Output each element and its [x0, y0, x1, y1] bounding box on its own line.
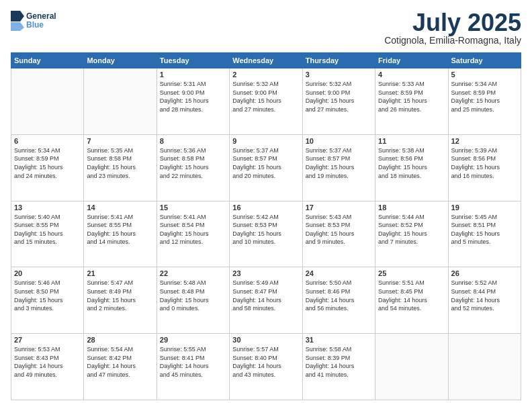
table-row [84, 68, 157, 135]
table-row: 7Sunrise: 5:35 AM Sunset: 8:58 PM Daylig… [84, 134, 157, 201]
table-row: 4Sunrise: 5:33 AM Sunset: 8:59 PM Daylig… [375, 68, 448, 135]
table-row: 10Sunrise: 5:37 AM Sunset: 8:57 PM Dayli… [302, 134, 375, 201]
day-info: Sunrise: 5:33 AM Sunset: 8:59 PM Dayligh… [378, 80, 445, 113]
day-number: 26 [451, 269, 518, 277]
table-row: 24Sunrise: 5:50 AM Sunset: 8:46 PM Dayli… [302, 267, 375, 334]
location-subtitle: Cotignola, Emilia-Romagna, Italy [384, 35, 521, 46]
table-row: 15Sunrise: 5:41 AM Sunset: 8:54 PM Dayli… [157, 201, 229, 267]
day-info: Sunrise: 5:57 AM Sunset: 8:40 PM Dayligh… [232, 345, 299, 379]
day-info: Sunrise: 5:43 AM Sunset: 8:53 PM Dayligh… [306, 213, 372, 246]
day-info: Sunrise: 5:36 AM Sunset: 8:58 PM Dayligh… [160, 146, 226, 180]
table-row: 11Sunrise: 5:38 AM Sunset: 8:56 PM Dayli… [375, 134, 448, 201]
day-number: 18 [378, 203, 445, 212]
calendar-week-5: 27Sunrise: 5:53 AM Sunset: 8:43 PM Dayli… [11, 334, 521, 400]
day-info: Sunrise: 5:34 AM Sunset: 8:59 PM Dayligh… [14, 146, 81, 180]
table-row: 28Sunrise: 5:54 AM Sunset: 8:42 PM Dayli… [84, 334, 157, 400]
day-info: Sunrise: 5:34 AM Sunset: 8:59 PM Dayligh… [451, 80, 518, 113]
table-row: 3Sunrise: 5:32 AM Sunset: 9:00 PM Daylig… [302, 68, 375, 135]
day-number: 14 [87, 203, 153, 212]
table-row: 14Sunrise: 5:41 AM Sunset: 8:55 PM Dayli… [84, 201, 157, 267]
day-number: 1 [160, 71, 226, 79]
day-info: Sunrise: 5:48 AM Sunset: 8:48 PM Dayligh… [160, 279, 226, 312]
day-info: Sunrise: 5:41 AM Sunset: 8:55 PM Dayligh… [87, 213, 153, 246]
day-number: 21 [87, 269, 153, 277]
day-number: 5 [451, 71, 518, 79]
calendar-week-1: 1Sunrise: 5:31 AM Sunset: 9:00 PM Daylig… [11, 68, 521, 135]
table-row: 19Sunrise: 5:45 AM Sunset: 8:51 PM Dayli… [448, 201, 521, 267]
day-number: 15 [160, 203, 226, 212]
month-title: July 2025 [384, 11, 521, 35]
day-number: 3 [306, 71, 372, 79]
day-number: 30 [232, 336, 299, 344]
header-row: Sunday Monday Tuesday Wednesday Thursday… [11, 53, 521, 68]
day-info: Sunrise: 5:40 AM Sunset: 8:55 PM Dayligh… [14, 213, 81, 246]
day-number: 22 [160, 269, 226, 277]
table-row: 26Sunrise: 5:52 AM Sunset: 8:44 PM Dayli… [448, 267, 521, 334]
table-row: 13Sunrise: 5:40 AM Sunset: 8:55 PM Dayli… [11, 201, 84, 267]
col-sunday: Sunday [11, 53, 84, 68]
table-row: 25Sunrise: 5:51 AM Sunset: 8:45 PM Dayli… [375, 267, 448, 334]
col-friday: Friday [375, 53, 448, 68]
table-row: 30Sunrise: 5:57 AM Sunset: 8:40 PM Dayli… [230, 334, 302, 400]
day-number: 29 [160, 336, 226, 344]
calendar-week-2: 6Sunrise: 5:34 AM Sunset: 8:59 PM Daylig… [11, 134, 521, 201]
table-row: 12Sunrise: 5:39 AM Sunset: 8:56 PM Dayli… [448, 134, 521, 201]
day-info: Sunrise: 5:37 AM Sunset: 8:57 PM Dayligh… [306, 146, 372, 180]
calendar-table: Sunday Monday Tuesday Wednesday Thursday… [11, 52, 521, 400]
col-tuesday: Tuesday [157, 53, 229, 68]
table-row: 22Sunrise: 5:48 AM Sunset: 8:48 PM Dayli… [157, 267, 229, 334]
day-number: 31 [306, 336, 372, 344]
col-thursday: Thursday [302, 53, 375, 68]
day-info: Sunrise: 5:52 AM Sunset: 8:44 PM Dayligh… [451, 279, 518, 312]
day-info: Sunrise: 5:46 AM Sunset: 8:50 PM Dayligh… [14, 279, 81, 312]
day-number: 16 [232, 203, 299, 212]
col-saturday: Saturday [448, 53, 521, 68]
day-info: Sunrise: 5:45 AM Sunset: 8:51 PM Dayligh… [451, 213, 518, 246]
day-number: 11 [378, 137, 445, 145]
day-info: Sunrise: 5:42 AM Sunset: 8:53 PM Dayligh… [232, 213, 299, 246]
day-number: 7 [87, 137, 153, 145]
svg-marker-0 [11, 11, 24, 21]
day-number: 12 [451, 137, 518, 145]
day-info: Sunrise: 5:37 AM Sunset: 8:57 PM Dayligh… [232, 146, 299, 180]
day-number: 9 [232, 137, 299, 145]
table-row: 5Sunrise: 5:34 AM Sunset: 8:59 PM Daylig… [448, 68, 521, 135]
table-row [448, 334, 521, 400]
table-row [375, 334, 448, 400]
calendar-page: General Blue July 2025 Cotignola, Emilia… [0, 0, 532, 411]
day-info: Sunrise: 5:32 AM Sunset: 9:00 PM Dayligh… [232, 80, 299, 113]
day-number: 2 [232, 71, 299, 79]
table-row: 18Sunrise: 5:44 AM Sunset: 8:52 PM Dayli… [375, 201, 448, 267]
day-info: Sunrise: 5:32 AM Sunset: 9:00 PM Dayligh… [306, 80, 372, 113]
day-number: 10 [306, 137, 372, 145]
day-info: Sunrise: 5:55 AM Sunset: 8:41 PM Dayligh… [160, 345, 226, 379]
svg-marker-1 [11, 22, 24, 31]
day-info: Sunrise: 5:44 AM Sunset: 8:52 PM Dayligh… [378, 213, 445, 246]
day-info: Sunrise: 5:49 AM Sunset: 8:47 PM Dayligh… [232, 279, 299, 312]
day-number: 6 [14, 137, 81, 145]
table-row: 29Sunrise: 5:55 AM Sunset: 8:41 PM Dayli… [157, 334, 229, 400]
day-number: 24 [306, 269, 372, 277]
logo-graphic: General Blue [11, 11, 56, 31]
title-section: July 2025 Cotignola, Emilia-Romagna, Ita… [384, 11, 521, 46]
day-info: Sunrise: 5:47 AM Sunset: 8:49 PM Dayligh… [87, 279, 153, 312]
table-row: 1Sunrise: 5:31 AM Sunset: 9:00 PM Daylig… [157, 68, 229, 135]
day-number: 17 [306, 203, 372, 212]
day-number: 27 [14, 336, 81, 344]
day-info: Sunrise: 5:35 AM Sunset: 8:58 PM Dayligh… [87, 146, 153, 180]
logo-text-blue: Blue [26, 21, 56, 30]
day-info: Sunrise: 5:51 AM Sunset: 8:45 PM Dayligh… [378, 279, 445, 312]
calendar-week-4: 20Sunrise: 5:46 AM Sunset: 8:50 PM Dayli… [11, 267, 521, 334]
table-row: 2Sunrise: 5:32 AM Sunset: 9:00 PM Daylig… [230, 68, 302, 135]
header: General Blue July 2025 Cotignola, Emilia… [11, 11, 521, 46]
table-row: 23Sunrise: 5:49 AM Sunset: 8:47 PM Dayli… [230, 267, 302, 334]
day-number: 23 [232, 269, 299, 277]
day-number: 4 [378, 71, 445, 79]
day-info: Sunrise: 5:53 AM Sunset: 8:43 PM Dayligh… [14, 345, 81, 379]
day-info: Sunrise: 5:38 AM Sunset: 8:56 PM Dayligh… [378, 146, 445, 180]
table-row: 21Sunrise: 5:47 AM Sunset: 8:49 PM Dayli… [84, 267, 157, 334]
day-info: Sunrise: 5:39 AM Sunset: 8:56 PM Dayligh… [451, 146, 518, 180]
day-number: 8 [160, 137, 226, 145]
table-row: 17Sunrise: 5:43 AM Sunset: 8:53 PM Dayli… [302, 201, 375, 267]
day-number: 28 [87, 336, 153, 344]
